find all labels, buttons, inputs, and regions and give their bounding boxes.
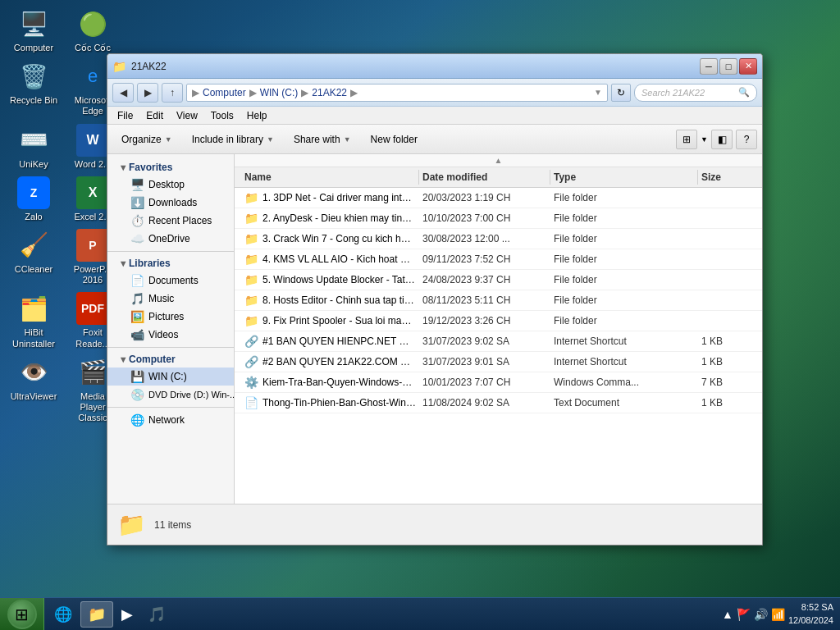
view-toggle-button[interactable]: ⊞ <box>676 130 697 149</box>
menu-edit[interactable]: Edit <box>139 108 170 123</box>
file-row[interactable]: 🔗 #2 BAN QUYEN 21AK22.COM CAM ON 31/07/2… <box>235 352 762 372</box>
sidebar-item-music[interactable]: 🎵 Music <box>107 290 234 308</box>
word-icon-label: Word 2... <box>75 159 111 170</box>
file-name-cell: 📁 9. Fix Print Spooler - Sua loi may in <box>241 313 419 329</box>
scroll-top[interactable]: ▲ <box>235 154 762 167</box>
file-row[interactable]: 📄 Thong-Tin-Phien-Ban-Ghost-Windows.txt … <box>235 393 762 413</box>
file-icon: 📁 <box>244 191 258 204</box>
sidebar-divider-1 <box>107 251 234 252</box>
desktop-icon-hibit[interactable]: 🗂️ HiBit Uninstaller <box>4 289 63 352</box>
path-computer[interactable]: Computer <box>203 87 246 98</box>
file-name-cell: 📁 1. 3DP Net - Cai driver mang internet <box>241 189 419 206</box>
refresh-button[interactable]: ↻ <box>611 84 631 102</box>
file-row[interactable]: 📁 4. KMS VL ALL AIO - Kich hoat win offi… <box>235 249 762 270</box>
favorites-label: Favorites <box>129 162 172 173</box>
file-row[interactable]: 📁 1. 3DP Net - Cai driver mang internet … <box>235 188 762 208</box>
sidebar-item-documents[interactable]: 📄 Documents <box>107 272 234 290</box>
col-type[interactable]: Type <box>550 170 698 185</box>
menu-help[interactable]: Help <box>240 108 274 123</box>
path-dropdown-arrow[interactable]: ▼ <box>594 88 602 97</box>
taskbar-media[interactable]: ▶ <box>115 601 139 628</box>
desktop-icon-ultraviewer[interactable]: 👁️ UltraViewer <box>4 353 63 427</box>
include-library-dropdown-icon: ▼ <box>267 135 274 144</box>
help-button[interactable]: ? <box>736 130 757 149</box>
view-dropdown-icon[interactable]: ▼ <box>701 135 708 144</box>
start-button[interactable]: ⊞ <box>0 598 44 631</box>
up-button[interactable]: ↑ <box>162 83 183 103</box>
sidebar-item-network[interactable]: 🌐 Network <box>107 411 234 429</box>
unikey-icon-label: UniKey <box>19 159 48 170</box>
win-c-label: WIN (C:) <box>148 371 187 382</box>
tray-arrow-icon[interactable]: ▲ <box>722 608 733 621</box>
file-row[interactable]: ⚙️ Kiem-Tra-Ban-Quyen-Windows-Office-2-.… <box>235 372 762 393</box>
file-type: File folder <box>550 211 698 226</box>
toolbar-right: ⊞ ▼ ◧ ? <box>676 130 757 149</box>
path-21ak22[interactable]: 21AK22 <box>312 87 347 98</box>
file-row[interactable]: 📁 5. Windows Update Blocker - Tat cap nh… <box>235 270 762 290</box>
menu-tools[interactable]: Tools <box>204 108 240 123</box>
organize-button[interactable]: Organize ▼ <box>112 128 181 151</box>
file-type: File folder <box>550 293 698 308</box>
libraries-header[interactable]: Libraries <box>107 255 234 272</box>
path-sep-2: ▶ <box>301 87 308 98</box>
file-row[interactable]: 📁 8. Hosts Editor - Chinh sua tap tin ho… <box>235 290 762 311</box>
tray-network-icon[interactable]: 📶 <box>771 608 785 621</box>
file-name-text: #1 BAN QUYEN HIENPC.NET CAM ON <box>262 336 416 347</box>
back-button[interactable]: ◀ <box>112 83 134 103</box>
tray-time[interactable]: 8:52 SA 12/08/2024 <box>788 601 833 627</box>
file-row[interactable]: 📁 2. AnyDesk - Dieu khien may tinh tu xa… <box>235 208 762 229</box>
sidebar-item-recent[interactable]: ⏱️ Recent Places <box>107 212 234 230</box>
sidebar-item-onedrive[interactable]: ☁️ OneDrive <box>107 230 234 248</box>
path-win-c[interactable]: WIN (C:) <box>260 87 299 98</box>
sidebar-item-desktop[interactable]: 🖥️ Desktop <box>107 176 234 194</box>
forward-button[interactable]: ▶ <box>137 83 158 103</box>
desktop-icon-ccleaner[interactable]: 🧹 CCleaner <box>4 226 63 289</box>
file-row[interactable]: 📁 3. Crack Win 7 - Cong cu kich hoat win… <box>235 229 762 249</box>
taskbar-ie[interactable]: 🌐 <box>48 601 79 628</box>
desktop-icon-zalo[interactable]: Z Zalo <box>4 173 63 226</box>
sidebar-item-dvd[interactable]: 💿 DVD Drive (D:) Win-... <box>107 386 234 404</box>
new-folder-button[interactable]: New folder <box>362 128 427 151</box>
tray-volume-icon[interactable]: 🔊 <box>754 608 768 621</box>
pictures-icon-sidebar: 🖼️ <box>130 310 144 323</box>
title-bar: 📁 21AK22 ─ □ ✕ <box>107 54 762 79</box>
col-date[interactable]: Date modified <box>419 170 550 185</box>
sidebar-item-downloads[interactable]: ⬇️ Downloads <box>107 194 234 212</box>
file-name-cell: 📁 2. AnyDesk - Dieu khien may tinh tu xa <box>241 210 419 226</box>
file-name-text: Kiem-Tra-Ban-Quyen-Windows-Office-2-... <box>262 377 416 388</box>
desktop-icon-unikey[interactable]: ⌨️ UniKey <box>4 121 63 173</box>
sidebar-item-win-c[interactable]: 💾 WIN (C:) <box>107 368 234 386</box>
file-row[interactable]: 📁 9. Fix Print Spooler - Sua loi may in … <box>235 311 762 331</box>
taskbar-player[interactable]: 🎵 <box>141 601 172 628</box>
downloads-label: Downloads <box>148 197 197 208</box>
desktop-icon-recycle[interactable]: 🗑️ Recycle Bin <box>4 57 63 120</box>
coccoc-icon-label: Cốc Cốc <box>75 43 111 53</box>
file-row[interactable]: 🔗 #1 BAN QUYEN HIENPC.NET CAM ON 31/07/2… <box>235 331 762 352</box>
share-with-button[interactable]: Share with ▼ <box>285 128 360 151</box>
network-icon-sidebar: 🌐 <box>130 413 144 427</box>
file-type: File folder <box>550 272 698 287</box>
include-library-button[interactable]: Include in library ▼ <box>183 128 283 151</box>
favorites-header[interactable]: Favorites <box>107 159 234 176</box>
computer-header[interactable]: Computer <box>107 351 234 368</box>
sidebar-item-videos[interactable]: 📹 Videos <box>107 326 234 344</box>
minimize-button[interactable]: ─ <box>700 58 718 75</box>
sidebar-divider-3 <box>107 407 234 408</box>
desktop-icon-coccoc[interactable]: 🟢 Cốc Cốc <box>63 4 122 57</box>
close-button[interactable]: ✕ <box>739 58 757 75</box>
menu-view[interactable]: View <box>170 108 204 123</box>
search-box[interactable]: Search 21AK22 🔍 <box>634 84 757 102</box>
col-name[interactable]: Name <box>241 170 419 185</box>
preview-pane-button[interactable]: ◧ <box>711 130 733 149</box>
libraries-section: Libraries 📄 Documents 🎵 Music 🖼️ Picture… <box>107 255 234 344</box>
taskbar-explorer[interactable]: 📁 <box>80 601 113 628</box>
col-size[interactable]: Size <box>698 170 756 185</box>
file-icon: 📁 <box>244 253 258 266</box>
maximize-button[interactable]: □ <box>719 58 737 75</box>
sidebar-item-pictures[interactable]: 🖼️ Pictures <box>107 308 234 326</box>
address-path[interactable]: ▶ Computer ▶ WIN (C:) ▶ 21AK22 ▶ ▼ <box>186 84 608 102</box>
file-list: ▲ Name Date modified Type Size 📁 1. 3DP … <box>235 154 762 504</box>
desktop-icon-computer[interactable]: 🖥️ Computer <box>4 4 63 57</box>
menu-file[interactable]: File <box>111 108 139 123</box>
path-sep-3: ▶ <box>350 87 358 98</box>
